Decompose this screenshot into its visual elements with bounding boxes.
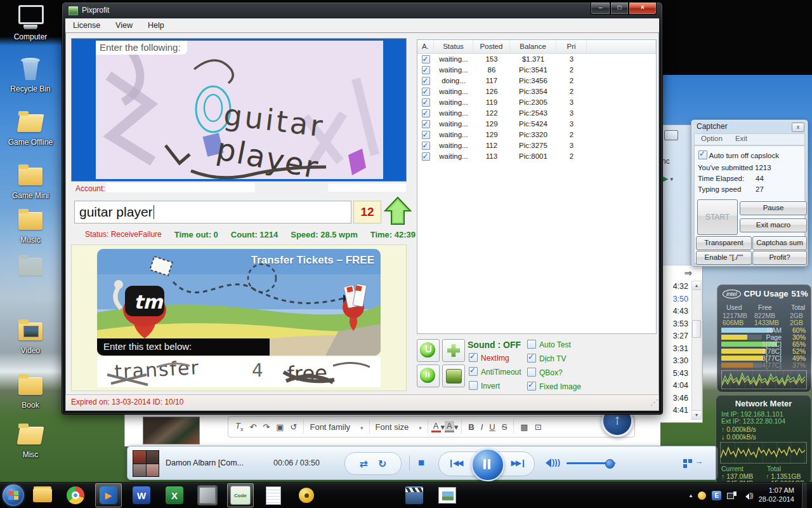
ad-image[interactable]: tm Transfer Tickets – FREE Enter this te… [97, 249, 381, 356]
row-checkbox[interactable] [422, 109, 430, 117]
table-row[interactable]: waiting... 119 Pic:2305 3 [417, 97, 656, 108]
scroll-down-icon[interactable]: ▾ [692, 410, 701, 419]
playlist-duration[interactable]: 3:46 [659, 392, 688, 405]
transparent-button[interactable]: Transparent [696, 236, 752, 250]
minimize-fragment-button[interactable] [664, 130, 678, 140]
menu-item[interactable]: License [65, 19, 108, 32]
table-row[interactable]: waiting... 112 Pic:3275 3 [417, 140, 656, 151]
option-checkbox[interactable] [527, 340, 536, 349]
table-row[interactable]: waiting... 126 Pic:3354 2 [417, 86, 656, 97]
scrollbar-thumb[interactable] [692, 320, 701, 338]
desktop-icon[interactable]: Game Offline [0, 109, 61, 147]
playlist-duration[interactable]: 3:50 [659, 293, 688, 306]
desktop-icon[interactable]: Recycle Bin [0, 56, 61, 93]
table-row[interactable]: waiting... 86 Pic:3541 2 [417, 65, 656, 76]
paste-icon[interactable]: ▣ [273, 421, 287, 433]
row-checkbox[interactable] [422, 66, 430, 74]
playlist-duration[interactable]: 4:43 [659, 305, 688, 318]
maximize-button[interactable]: □ [610, 3, 629, 15]
table-row[interactable]: doing... 117 Pic:3456 2 [417, 76, 656, 86]
taskbar-item[interactable] [401, 483, 428, 507]
volume-thumb[interactable] [605, 459, 615, 469]
undo-icon[interactable]: ↶ [246, 421, 259, 433]
previous-button[interactable]: ❙◀◀ [448, 458, 462, 467]
playlist-duration[interactable]: 3:53 [659, 318, 688, 331]
playlist-duration[interactable]: 4:04 [659, 380, 688, 392]
profit-button[interactable]: Profit? [752, 251, 807, 265]
shuffle-icon[interactable]: ⇄ [360, 458, 368, 470]
underline-button[interactable]: U [486, 421, 498, 433]
scroll-up-icon[interactable]: ▴ [692, 281, 701, 290]
strikethrough-button[interactable]: S [499, 421, 511, 433]
power-button[interactable] [417, 339, 440, 362]
scrollbar[interactable]: ▴ ▾ [691, 281, 702, 420]
row-checkbox[interactable] [422, 98, 430, 107]
playlist-duration[interactable]: 3:30 [659, 355, 688, 368]
volume-slider[interactable] [566, 462, 616, 464]
app-play-icon[interactable]: ▶ ▾ [663, 175, 673, 183]
playlist-duration[interactable]: 5:43 [659, 368, 688, 380]
taskbar-item[interactable] [29, 483, 56, 507]
desktop-icon[interactable]: Misc [0, 422, 61, 459]
taskbar-item[interactable]: X [161, 483, 188, 507]
add-button[interactable] [442, 339, 465, 362]
table-row[interactable]: waiting... 129 Pic:3320 2 [417, 130, 656, 140]
capslock-checkbox[interactable] [698, 150, 707, 159]
pause-button[interactable] [471, 448, 504, 481]
option-checkbox-row[interactable]: Fixed Image [527, 382, 581, 391]
row-checkbox[interactable] [422, 120, 430, 128]
highlight-color-button[interactable]: A [445, 421, 454, 432]
row-checkbox[interactable] [422, 152, 430, 161]
option-checkbox[interactable] [469, 367, 478, 376]
option-checkbox-row[interactable]: AntiTimeout [469, 367, 521, 377]
taskbar-item[interactable] [95, 483, 122, 507]
pause-capture-button[interactable] [417, 364, 440, 387]
taskbar-item[interactable] [434, 483, 461, 507]
option-checkbox-row[interactable]: Auto Test [527, 340, 571, 349]
taskbar-item[interactable]: W [128, 483, 155, 507]
sound-status[interactable]: Sound : OFF [468, 340, 521, 350]
cpu-gadget[interactable]: intel CPU Usage 51% Used Free Total 1217… [717, 284, 811, 392]
taskbar-item[interactable] [62, 483, 89, 507]
row-checkbox[interactable] [422, 77, 430, 85]
menu-item[interactable]: View [108, 19, 140, 32]
playlist-duration[interactable]: 4:41 [659, 404, 688, 417]
volume-icon[interactable]: ))) [541, 457, 560, 467]
table-row[interactable]: waiting... 129 Pic:5424 3 [417, 119, 656, 130]
bold-button[interactable]: B [465, 421, 477, 433]
menu-item[interactable]: Exit [729, 134, 754, 145]
table-row[interactable]: waiting... 113 Pic:8001 2 [417, 151, 656, 162]
row-checkbox[interactable] [422, 55, 430, 64]
capslock-checkbox-row[interactable]: Auto turn off capslock [698, 150, 779, 159]
playlist-duration[interactable]: 4:32 [659, 281, 688, 293]
start-button[interactable]: START [697, 199, 738, 235]
taskbar-item[interactable]: Code [227, 483, 254, 507]
forward-arrow-icon[interactable]: ⇒ [684, 267, 692, 279]
close-button[interactable]: x [792, 123, 804, 132]
next-button[interactable]: ▶▶❙ [511, 458, 525, 467]
font-family-select[interactable]: Font family▾ [307, 421, 365, 433]
network-gadget[interactable]: Network Meter Int IP: 192.168.1.101 Ext … [716, 395, 811, 484]
option-checkbox-row[interactable]: Invert [469, 381, 500, 391]
captchas-sum-button[interactable]: Captchas sum [752, 236, 807, 250]
switch-to-library-icon[interactable]: → [683, 457, 703, 466]
option-checkbox-row[interactable]: Dịch TV [527, 354, 566, 363]
desktop-icon[interactable]: Video [0, 318, 61, 355]
option-checkbox[interactable] [469, 353, 478, 362]
taskbar-item[interactable] [194, 483, 221, 507]
menu-item[interactable]: Help [140, 19, 172, 32]
captcha-answer-input[interactable]: guitar player [74, 201, 351, 224]
stop-button[interactable]: ■ [418, 457, 424, 469]
start-button[interactable] [3, 485, 24, 506]
enable-button[interactable]: Enable "[./"" [696, 251, 752, 265]
table-row[interactable]: waiting... 122 Pic:2543 3 [417, 108, 656, 119]
repeat-icon[interactable]: ↻ [378, 458, 386, 470]
option-checkbox-row[interactable]: QBox? [527, 368, 563, 377]
taskbar-item[interactable] [293, 483, 320, 507]
chevron-down-icon[interactable]: ▾ [454, 422, 459, 432]
option-checkbox[interactable] [527, 354, 536, 363]
desktop-icon[interactable]: Music [0, 207, 61, 244]
volume-tray-icon[interactable]: )) [742, 491, 752, 500]
image-button[interactable] [442, 364, 465, 387]
menu-item[interactable]: Option [695, 134, 729, 145]
